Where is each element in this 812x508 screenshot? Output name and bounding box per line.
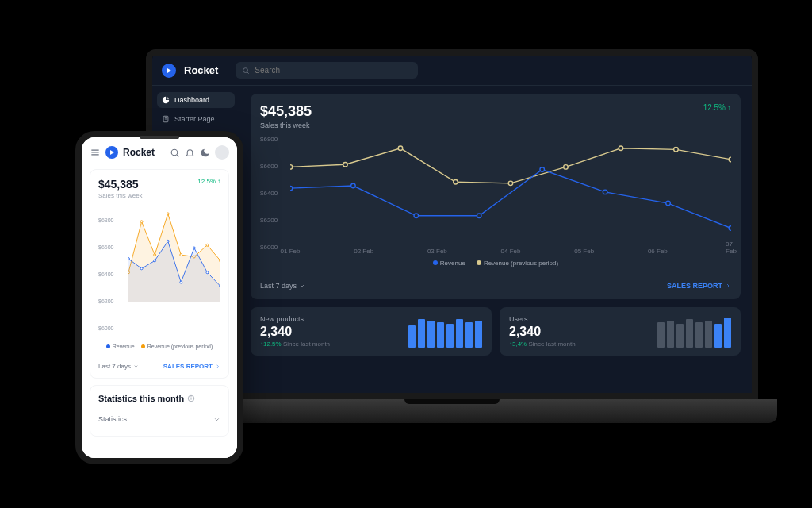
svg-point-14 [290,186,293,190]
search-box[interactable] [236,62,418,79]
x-tick: 04 Feb [501,248,521,255]
logo-icon [105,146,118,159]
growth-badge: 12.5% ↑ [703,103,731,112]
y-tick: $6000 [98,325,113,331]
chevron-down-icon [133,364,139,369]
sales-amount: $45,385 [260,103,312,120]
svg-point-41 [206,271,209,274]
arrow-up-icon: ↑ [727,103,731,112]
topbar: Rocket [152,56,752,86]
bell-icon[interactable] [185,148,195,158]
svg-point-42 [220,285,220,287]
stat-delta: ↑3,4% Since last month [509,341,576,348]
chart-legend: Revenue Revenue (previous period) [98,344,220,349]
mobile-sales-chart: $6000$6200$6400$6600$6800 [98,204,220,339]
svg-point-9 [508,181,513,186]
x-tick: 05 Feb [574,248,594,255]
svg-point-28 [140,221,143,223]
avatar[interactable] [215,145,229,160]
chart-legend: Revenue Revenue (previous period) [260,260,731,267]
line-chart-svg [290,136,731,236]
info-icon[interactable] [187,394,195,402]
y-tick: $6800 [98,217,113,223]
svg-point-0 [243,67,248,72]
svg-point-11 [619,146,623,151]
moon-icon[interactable] [200,148,210,158]
sales-report-link[interactable]: SALES REPORT [163,363,220,370]
svg-line-1 [247,71,249,73]
svg-point-15 [351,183,356,188]
growth-badge: 12.5%↑ [197,178,220,185]
svg-point-18 [540,167,545,172]
phone-speaker [140,136,179,139]
stats-title: Statistics this month [98,394,220,403]
svg-point-17 [477,214,481,218]
svg-point-40 [193,247,195,249]
sidebar-item-label: Starter Page [174,115,215,123]
mini-bar-chart [657,316,731,348]
svg-point-8 [454,180,458,185]
search-icon[interactable] [170,148,180,158]
x-tick: 03 Feb [427,248,447,255]
range-selector[interactable]: Last 7 days [260,282,305,290]
y-tick: $6400 [98,271,113,277]
stat-label: New products [260,315,330,323]
chevron-down-icon [213,416,220,423]
y-tick: $6400 [260,190,278,197]
mobile-sales-card: $45,385 Sales this week 12.5%↑ $6000$620… [90,169,229,379]
sidebar-item-label: Dashboard [174,96,209,104]
y-tick: $6800 [260,136,278,143]
sidebar-item-dashboard[interactable]: Dashboard [157,92,235,108]
arrow-up-icon: ↑ [217,178,220,185]
chevron-right-icon [215,364,220,369]
mini-bar-chart [408,316,482,348]
y-tick: $6200 [98,298,113,304]
x-tick: 01 Feb [281,248,301,255]
svg-point-36 [140,267,143,270]
search-icon [242,67,250,75]
svg-point-39 [180,281,182,283]
brand-name: Rocket [184,64,218,76]
svg-point-31 [180,254,182,256]
logo-icon [162,64,176,78]
sidebar-item-starter[interactable]: Starter Page [157,111,235,127]
x-tick: 02 Feb [354,248,373,255]
mobile-app: Rocket $45,385 Sales this week [82,137,237,458]
svg-point-6 [343,162,348,167]
stats-selector[interactable]: Statistics [98,410,220,428]
pie-icon [162,96,170,104]
mobile-stats-card: Statistics this month Statistics [90,385,229,437]
svg-point-38 [167,240,169,242]
stat-card-users: Users 2,340 ↑3,4% Since last month [500,307,741,356]
sales-card: $45,385 Sales this week 12.5% ↑ $6000$62… [251,94,741,299]
range-selector[interactable]: Last 7 days [98,363,139,370]
sales-subtitle: Sales this week [98,192,143,199]
y-tick: $6600 [260,163,278,170]
chevron-down-icon [299,283,305,289]
svg-point-13 [729,157,731,162]
phone-shadow [92,463,227,487]
svg-point-7 [398,146,403,151]
svg-point-33 [206,244,209,246]
phone-mockup: Rocket $45,385 Sales this week [75,131,243,464]
svg-point-29 [154,254,156,256]
stat-card-products: New products 2,340 ↑12.5% Since last mon… [251,307,492,356]
svg-line-26 [177,154,178,156]
svg-point-30 [167,213,169,215]
line-chart-svg [128,204,220,302]
stat-label: Users [509,315,576,323]
search-input[interactable] [255,66,412,75]
svg-point-19 [603,190,607,194]
sales-report-link[interactable]: SALES REPORT [667,282,731,290]
svg-point-10 [564,165,569,170]
svg-point-20 [666,201,671,206]
chevron-right-icon [725,283,731,289]
y-tick: $6600 [98,244,113,250]
menu-icon[interactable] [90,147,101,158]
phone-screen: Rocket $45,385 Sales this week [75,131,243,464]
svg-point-16 [414,214,419,218]
y-tick: $6000 [260,244,278,251]
sales-amount: $45,385 [98,178,143,190]
svg-point-34 [220,260,220,262]
x-tick: 07 Feb [726,241,737,255]
